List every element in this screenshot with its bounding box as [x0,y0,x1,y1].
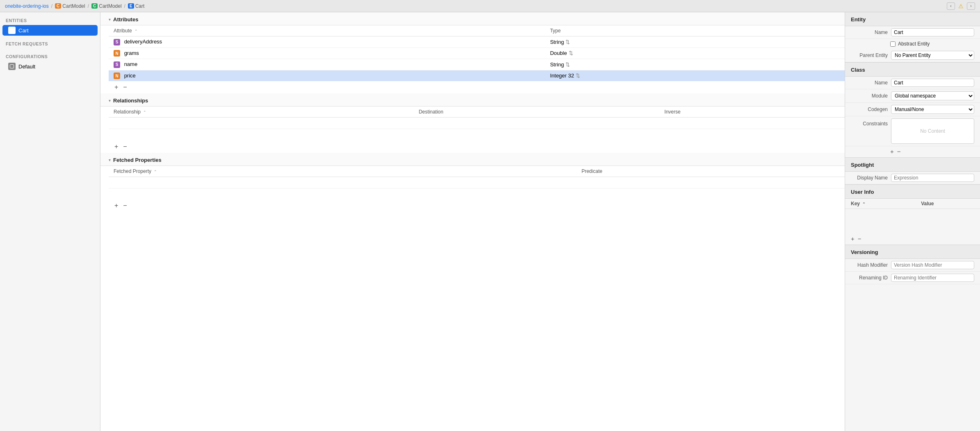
entity-name-input[interactable] [891,28,974,36]
remove-constraint-button[interactable]: − [897,148,901,155]
sidebar-item-cart[interactable]: E Cart [2,25,98,36]
attributes-title: Attributes [113,16,138,23]
remove-relationship-button[interactable]: − [122,143,128,150]
attr-type-icon: S [114,61,120,68]
display-name-label: Display Name [851,175,888,181]
class-name-input[interactable] [891,79,974,87]
fetched-properties-table: Fetched Property ⌃ Predicate [109,166,845,200]
renaming-id-label: Renaming ID [851,275,888,281]
abstract-entity-checkbox[interactable] [890,41,896,47]
relationship-sort-icon[interactable]: ⌃ [143,110,146,114]
renaming-id-input[interactable] [891,274,974,282]
codegen-select[interactable]: Manual/None [891,105,974,114]
relationships-chevron[interactable]: ▾ [109,98,111,103]
breadcrumb-item-cartmodel1[interactable]: C CartModel [55,3,85,9]
entity-panel-title: Entity [845,12,980,26]
attribute-sort-icon[interactable]: ⌃ [134,29,138,33]
add-attribute-button[interactable]: + [114,84,119,91]
relationships-header: ▾ Relationships [100,93,845,107]
table-row [109,177,845,188]
add-user-info-button[interactable]: + [851,235,855,242]
remove-attribute-button[interactable]: − [122,84,128,91]
fetched-sort-icon[interactable]: ⌃ [154,170,157,174]
cartmodel-icon-2: C [91,3,98,9]
class-panel-title: Class [845,62,980,77]
fetched-properties-chevron[interactable]: ▾ [109,158,111,162]
default-config-icon [8,63,16,70]
constraints-label: Constraints [851,118,888,127]
table-row[interactable]: N grams Double ⇅ [109,48,845,59]
relationships-table: Relationship ⌃ Destination Inverse [109,107,845,141]
nav-back-button[interactable]: ‹ [947,2,955,10]
attributes-chevron[interactable]: ▾ [109,17,111,22]
renaming-id-row: Renaming ID [845,272,980,284]
table-row[interactable]: S name String ⇅ [109,59,845,70]
cart-icon: E [128,3,134,9]
attribute-type-value: String [550,61,564,68]
table-row [109,129,845,141]
table-row[interactable]: S deliveryAddress String ⇅ [109,36,845,48]
attributes-footer: + − [100,81,845,93]
fetched-properties-title: Fetched Properties [113,157,162,163]
module-select[interactable]: Global namespace [891,91,974,100]
relationships-title: Relationships [113,98,148,104]
breadcrumb-sep-1: / [51,3,52,9]
attribute-name-cell: N price [109,70,545,81]
constraints-empty-label: No Content [891,119,974,143]
attribute-type-cell: Double ⇅ [545,48,845,59]
cart-entity-icon: E [8,27,16,34]
add-fetched-property-button[interactable]: + [114,202,119,209]
sidebar-item-default-label: Default [18,64,35,70]
type-stepper[interactable]: ⇅ [565,39,570,45]
key-col-header: Key ⌃ [845,199,915,209]
type-stepper[interactable]: ⇅ [576,73,580,79]
table-row [109,118,845,129]
type-stepper[interactable]: ⇅ [565,61,570,68]
breadcrumb-item-cartmodel2[interactable]: C CartModel [91,3,122,9]
col-fetched-property: Fetched Property ⌃ [109,166,577,177]
hash-modifier-input[interactable] [891,261,974,269]
top-bar-right: ‹ ⚠ › [947,2,975,10]
versioning-title: Versioning [845,245,980,259]
breadcrumb-item-project[interactable]: onebite-ordering-ios [5,3,49,9]
remove-fetched-property-button[interactable]: − [122,202,128,209]
attributes-table-header-row: Attribute ⌃ Type [109,25,845,36]
constraints-footer: + − [845,146,980,157]
attributes-section: ▾ Attributes Attribute ⌃ Type [100,12,845,93]
top-bar: onebite-ordering-ios / C CartModel / C C… [0,0,980,12]
parent-entity-row: Parent Entity No Parent Entity [845,49,980,62]
attributes-table: Attribute ⌃ Type S deliveryAddress Stri [109,25,845,81]
key-sort-icon[interactable]: ⌃ [862,202,866,206]
user-info-table: Key ⌃ Value [845,199,980,234]
parent-entity-select[interactable]: No Parent Entity [891,51,974,60]
entity-name-row: Name [845,26,980,39]
constraints-area: No Content [891,118,974,144]
attribute-name-cell: S name [109,59,545,70]
add-constraint-button[interactable]: + [890,148,894,155]
type-stepper[interactable]: ⇅ [569,50,573,56]
attr-type-icon: N [114,73,120,79]
display-name-row: Display Name [845,172,980,184]
add-relationship-button[interactable]: + [114,143,119,150]
col-predicate: Predicate [577,166,845,177]
entities-section-label: ENTITIES [0,12,100,25]
attribute-name: deliveryAddress [124,39,162,45]
relationships-footer: + − [100,141,845,153]
breadcrumb-sep-2: / [88,3,89,9]
user-info-empty-row [845,209,980,234]
table-row[interactable]: N price Integer 32 ⇅ [109,70,845,81]
cartmodel-icon-1: C [55,3,61,9]
breadcrumb-item-cart[interactable]: E Cart [128,3,144,9]
entity-name-label: Name [851,29,888,35]
fetched-properties-footer: + − [100,200,845,212]
nav-forward-button[interactable]: › [967,2,975,10]
module-row: Module Global namespace [845,89,980,103]
display-name-input[interactable] [891,174,974,182]
attribute-type-cell: String ⇅ [545,36,845,48]
parent-entity-label: Parent Entity [851,52,888,58]
col-relationship: Relationship ⌃ [109,107,414,118]
remove-user-info-button[interactable]: − [858,235,861,242]
class-name-row: Name [845,77,980,89]
sidebar-item-default[interactable]: Default [2,61,98,72]
attr-type-icon: N [114,50,120,57]
